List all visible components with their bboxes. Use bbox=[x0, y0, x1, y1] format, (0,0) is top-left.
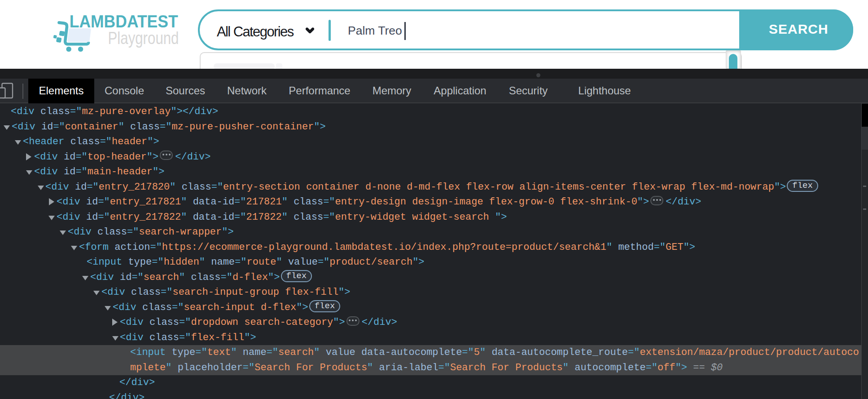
svg-text:Playground: Playground bbox=[108, 28, 179, 48]
